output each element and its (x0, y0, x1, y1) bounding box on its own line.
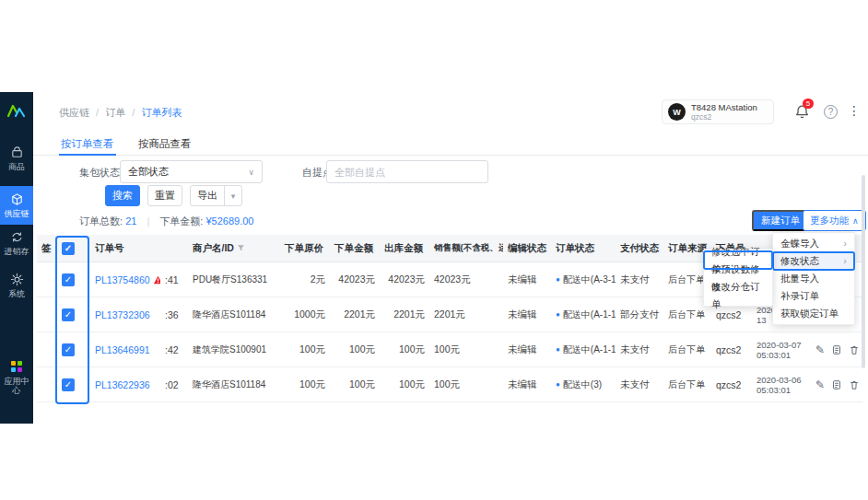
more-options-icon[interactable]: ⋮ (848, 103, 861, 118)
cell-source: 后台下单 (663, 367, 711, 401)
check-icon: ✓ (65, 345, 72, 355)
menu-item-kingdee-import[interactable]: 金蝶导入 › (773, 235, 854, 252)
edit-icon[interactable]: ✎ (815, 343, 825, 356)
cell-pay-status: 未支付 (616, 367, 663, 401)
table-row[interactable]: ✓ PL13622936 :02 隆华酒店S101184 100元 100元 1… (37, 367, 862, 402)
sidebar-item-supply-chain[interactable]: 供应链 (0, 186, 33, 225)
bundle-status-select[interactable]: 全部状态 ∨ (120, 160, 263, 183)
table-row[interactable]: ✓ PL13646991 :42 建筑学院S100901 100元 100元 1… (37, 332, 862, 367)
status-dot-icon: ● (556, 275, 560, 284)
sidebar-item-label: 应用中心 (0, 377, 33, 395)
breadcrumb-orders[interactable]: 订单 (105, 107, 125, 118)
bundle-status-value: 全部状态 (128, 165, 169, 179)
reset-button[interactable]: 重置 (147, 185, 182, 206)
cell-pay-status: 未支付 (616, 262, 663, 297)
sidebar: 商品 供应链 进销存 系统 应用中心 (0, 92, 33, 424)
cell-sales: 2201元 (429, 297, 503, 331)
chevron-down-icon: ∨ (248, 168, 254, 177)
order-status-text: 配送中(3) (563, 378, 602, 391)
caret-down-icon: ▾ (231, 192, 236, 201)
warning-icon (153, 275, 160, 285)
cell-sign (37, 332, 57, 366)
cell-checkbox: ✓ (57, 367, 90, 401)
cell-edit-status: 未编辑 (503, 262, 551, 297)
tab-by-order[interactable]: 按订单查看 (59, 134, 116, 156)
header-pay-status[interactable]: 支付状态 (616, 235, 663, 262)
select-all-checkbox[interactable]: ✓ (62, 242, 75, 255)
submenu-item-modify-split-warehouse[interactable]: 修改分仓订单 (704, 286, 772, 304)
row-checkbox[interactable]: ✓ (62, 378, 75, 391)
pickup-point-input[interactable] (326, 160, 488, 183)
header-sign: 签 (37, 235, 57, 262)
order-status-text: 配送中(A-3-1) (563, 273, 616, 286)
cell-outbound-amount: 100元 (380, 332, 429, 366)
cell-order-no: PL13622936 (90, 367, 160, 401)
amount-label: 下单金额: (159, 215, 203, 227)
user-account-box[interactable]: W T8428 MAstation qzcs2 (662, 99, 774, 124)
help-icon[interactable]: ? (824, 105, 838, 119)
header-order-amount[interactable]: 下单金额 (330, 235, 380, 262)
cell-order-no: PL13646991 (90, 332, 160, 366)
header-order-status[interactable]: 订单状态 (551, 235, 616, 262)
order-link[interactable]: PL13622936 (95, 379, 150, 390)
cell-order-status: ● 配送中(A-1-1) (551, 332, 616, 366)
more-functions-menu: 金蝶导入 › 修改状态 › 批量导入 补录订单 获取锁定订单 (772, 232, 855, 325)
export-button[interactable]: 导出 (190, 185, 225, 206)
row-checkbox[interactable]: ✓ (62, 308, 75, 321)
header-merchant-label: 商户名/ID (193, 242, 234, 255)
filter-funnel-icon[interactable] (237, 244, 245, 252)
more-functions-button[interactable]: 更多功能 ∧ (803, 210, 866, 231)
sidebar-item-goods[interactable]: 商品 (0, 145, 33, 171)
order-link[interactable]: PL13754860 (95, 274, 150, 285)
menu-item-supplement-order[interactable]: 补录订单 (773, 287, 854, 305)
breadcrumb-separator: / (132, 107, 135, 118)
menu-item-label: 获取锁定订单 (780, 305, 839, 322)
header-edit-status[interactable]: 编辑状态 (503, 235, 551, 262)
app-grid-icon (9, 359, 24, 374)
order-link[interactable]: PL13646991 (95, 344, 150, 355)
edit-icon[interactable]: ✎ (815, 378, 825, 391)
tab-by-product[interactable]: 按商品查看 (136, 134, 194, 154)
row-checkbox[interactable]: ✓ (62, 273, 75, 286)
header-order-no[interactable]: 订单号 (90, 235, 160, 262)
new-order-button[interactable]: 新建订单 (752, 210, 809, 231)
supply-chain-icon (10, 192, 24, 206)
notification-badge: 5 (803, 99, 814, 109)
submenu-arrow-icon: › (843, 235, 847, 252)
document-icon[interactable] (831, 379, 842, 390)
export-dropdown-button[interactable]: ▾ (224, 185, 242, 206)
sidebar-item-system[interactable]: 系统 (0, 273, 33, 298)
search-button[interactable]: 搜索 (105, 185, 140, 206)
app-logo[interactable] (6, 100, 27, 121)
order-link[interactable]: PL13732306 (95, 309, 150, 320)
document-icon[interactable] (831, 344, 842, 355)
cell-checkbox: ✓ (57, 297, 90, 331)
row-checkbox[interactable]: ✓ (62, 343, 75, 356)
sidebar-item-inventory[interactable]: 进销存 (0, 230, 33, 256)
menu-item-get-locked-orders[interactable]: 获取锁定订单 (773, 305, 854, 322)
amount-value: ¥52689.00 (205, 215, 253, 227)
delete-icon[interactable] (849, 379, 860, 390)
breadcrumb-order-list[interactable]: 订单列表 (141, 107, 182, 118)
header-outbound-amount[interactable]: 出库金额 (380, 235, 429, 262)
cell-sales: 100元 (429, 367, 503, 401)
bundle-status-label: 集包状态: (79, 166, 123, 180)
vertical-scrollbar[interactable] (862, 175, 865, 368)
sidebar-item-app-center[interactable]: 应用中心 (0, 359, 33, 395)
cell-merchant: 隆华酒店S101184 (188, 367, 280, 401)
header-merchant[interactable]: 商户名/ID (188, 235, 280, 262)
status-dot-icon: ● (556, 380, 560, 389)
cell-sign (37, 297, 57, 331)
delete-icon[interactable] (849, 344, 860, 355)
sidebar-item-label: 供应链 (3, 209, 31, 218)
cell-outbound-amount: 2201元 (380, 297, 429, 331)
cell-checkbox: ✓ (57, 332, 90, 366)
header-original-price[interactable]: 下单原价 (280, 235, 330, 262)
menu-item-batch-import[interactable]: 批量导入 (773, 270, 854, 287)
breadcrumb-supply-chain[interactable]: 供应链 (59, 107, 89, 118)
menu-item-modify-status[interactable]: 修改状态 › (773, 252, 854, 270)
notification-bell-icon[interactable]: 5 (794, 104, 811, 121)
cell-time: :41 (160, 262, 188, 297)
cell-sales: 42023元 (429, 262, 503, 297)
header-sales[interactable]: 销售额(不含税、运) (429, 235, 503, 262)
